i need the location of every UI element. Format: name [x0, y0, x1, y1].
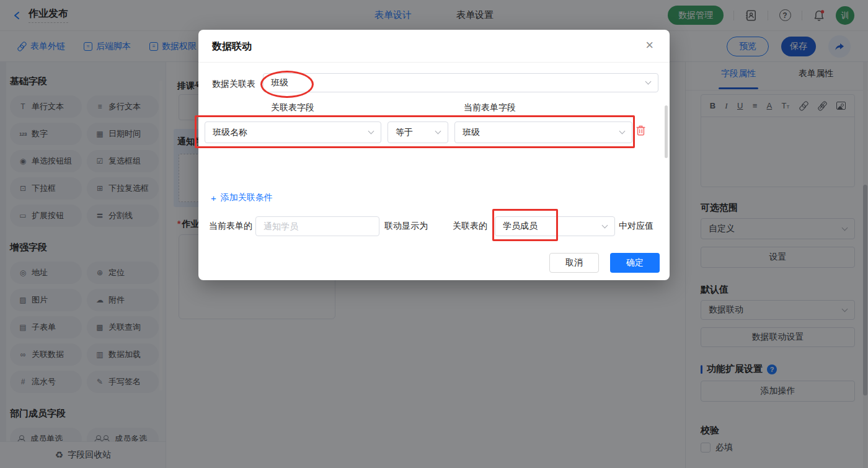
- modal-title: 数据联动: [212, 40, 252, 53]
- chevron-down-icon: [645, 79, 652, 85]
- trash-icon: [636, 125, 646, 136]
- cancel-button[interactable]: 取消: [549, 253, 599, 273]
- chevron-down-icon: [602, 222, 608, 228]
- relation-field-select[interactable]: 班级名称: [205, 121, 381, 143]
- operator-select[interactable]: 等于: [388, 121, 448, 143]
- current-form-label: 当前表单的: [209, 221, 252, 232]
- left-column-header: 关联表字段: [271, 102, 314, 113]
- current-form-field-input[interactable]: [255, 216, 379, 236]
- chevron-down-icon: [368, 128, 374, 135]
- plus-icon: +: [211, 193, 216, 203]
- relation-display-field-select[interactable]: 学员成员: [495, 216, 615, 236]
- display-as-label: 联动显示为: [384, 221, 428, 232]
- suffix-label: 中对应值: [619, 221, 653, 232]
- relation-table-of-label: 关联表的: [453, 221, 487, 232]
- divider: [198, 62, 670, 63]
- relation-table-select[interactable]: 班级: [263, 73, 658, 92]
- right-column-header: 当前表单字段: [464, 102, 516, 113]
- data-linkage-modal: 数据联动 × 数据关联表 班级 关联表字段 当前表单字段 班级名称 等于 班级 …: [198, 30, 670, 280]
- delete-condition-button[interactable]: [636, 125, 646, 139]
- add-condition-button[interactable]: + 添加关联条件: [211, 192, 273, 203]
- close-icon[interactable]: ×: [645, 37, 653, 55]
- relation-table-label: 数据关联表: [212, 79, 255, 90]
- chevron-down-icon: [619, 128, 626, 135]
- form-designer-page: 作业发布 表单设计 表单设置 数据管理 ? 训 表单外链: [0, 0, 868, 468]
- form-field-select[interactable]: 班级: [454, 121, 632, 143]
- chevron-down-icon: [435, 128, 441, 135]
- confirm-button[interactable]: 确定: [610, 253, 660, 273]
- modal-scrollbar-thumb[interactable]: [665, 105, 668, 158]
